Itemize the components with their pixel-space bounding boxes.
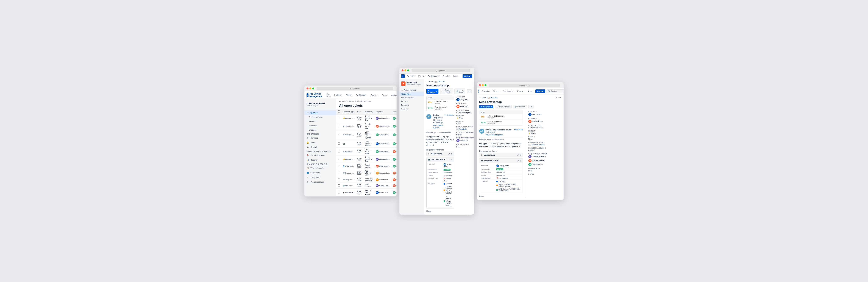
row-key[interactable]: ITSM-1331: [356, 148, 364, 156]
row-key[interactable]: ITSM-1338: [356, 156, 364, 163]
full-more-btn[interactable]: •••: [528, 105, 533, 108]
detail-url-bar[interactable]: google.com: [412, 69, 470, 72]
sidebar-item-queues[interactable]: ☰ Queues: [304, 110, 336, 115]
sidebar-item-oncall[interactable]: 📞 On-call: [304, 145, 336, 149]
row-checkbox[interactable]: [336, 130, 341, 140]
sidebar-item-project-settings[interactable]: ⚙ Project settings: [304, 179, 336, 184]
full-maximize[interactable]: [485, 84, 487, 86]
hardware-macbook-header[interactable]: 💻 MacBook Pro 16" ⤢ ∧: [427, 158, 454, 162]
sidebar-item-changes[interactable]: Changes: [304, 128, 336, 132]
row-checkbox[interactable]: [336, 114, 341, 122]
table-row[interactable]: 🔑 Request admin access ITSM-1338 Admin a…: [336, 156, 397, 163]
full-nav-filters[interactable]: Filters▾: [492, 90, 500, 93]
full-hide-details-btn[interactable]: Hide details: [514, 129, 523, 131]
row-checkbox[interactable]: [336, 183, 341, 189]
row-checkbox[interactable]: [336, 122, 341, 130]
full-close[interactable]: [479, 84, 481, 86]
link-issue-btn[interactable]: 🔗 Link issue: [455, 89, 465, 94]
mouse-collapse-icon[interactable]: ∨: [451, 152, 453, 155]
row-key[interactable]: ITSM-1342: [356, 122, 364, 130]
full-create-subtask-btn[interactable]: + Create subtask: [495, 105, 512, 108]
sidebar-item-alerts[interactable]: 🔔 Alerts: [304, 140, 336, 145]
full-macbook-header[interactable]: 💻 MacBook Pro 16" ⤢ ∧: [479, 159, 523, 163]
full-nav-dashboards[interactable]: Dashboards▾: [502, 90, 515, 93]
full-create-button[interactable]: Create: [535, 89, 545, 93]
detail-nav-projects[interactable]: Projects▾: [406, 75, 416, 78]
row-summary[interactable]: Banc.ly Inc is slow: [364, 122, 374, 130]
nav-your-work[interactable]: Your work: [326, 92, 332, 98]
detail-sidebar-problems[interactable]: Problems: [399, 103, 424, 107]
watch-icon[interactable]: 👁: [555, 96, 557, 99]
detail-nav-people[interactable]: People▾: [442, 75, 451, 78]
view-request-link[interactable]: View request in portal: [433, 124, 443, 129]
detail-sidebar-changes[interactable]: Changes: [399, 107, 424, 111]
row-checkbox[interactable]: [336, 156, 341, 163]
table-row[interactable]: 🖥 Report a system problem ITSM-1339 Can'…: [336, 130, 397, 140]
nav-dashboards[interactable]: Dashboards ▾: [355, 93, 368, 97]
sidebar-item-knowledge[interactable]: 📚 Knowledge base: [304, 153, 336, 158]
portal-link[interactable]: Portal: [436, 122, 440, 124]
full-view-request-link[interactable]: View request in portal: [486, 134, 503, 136]
maximize-button[interactable]: [312, 87, 314, 89]
nav-apps[interactable]: Apps ▾: [390, 93, 397, 97]
table-row[interactable]: 💻 Request new hardware ITSM-1336 Add Off…: [336, 169, 397, 177]
row-summary[interactable]: Can't access Trello: [364, 148, 374, 156]
full-nav-people[interactable]: People▾: [517, 90, 525, 93]
row-key[interactable]: ITSM-1337: [356, 163, 364, 169]
table-row[interactable]: 📱 New mobile device ITSM-1333 Need a new…: [336, 189, 397, 196]
close-button[interactable]: [307, 87, 308, 89]
row-checkbox[interactable]: [336, 169, 341, 177]
row-summary[interactable]: Add Office to Mac: [364, 169, 374, 177]
sidebar-item-services[interactable]: ⚙ Services: [304, 136, 336, 140]
full-hardware-mouse-header[interactable]: 🖱 Magic mouse ⤢ ∨: [479, 153, 523, 157]
sidebar-item-reports[interactable]: 📊 Reports: [304, 158, 336, 162]
nav-projects[interactable]: Projects ▾: [334, 93, 343, 97]
nav-plans[interactable]: Plans ▾: [381, 93, 389, 97]
more-btn[interactable]: •••: [467, 89, 472, 93]
row-summary[interactable]: Can't access POS System: [364, 130, 374, 140]
row-summary[interactable]: VPN Access: [364, 183, 374, 189]
full-minimize[interactable]: [482, 84, 484, 86]
table-row[interactable]: 🔑 Request admin access ITSM-1334 Admin a…: [336, 114, 397, 122]
row-summary[interactable]: Cant access webcam: [364, 140, 374, 148]
row-summary[interactable]: Guest access: [364, 163, 374, 169]
detail-nav-apps[interactable]: Apps▾: [452, 75, 459, 78]
row-summary[interactable]: Need a new iPhone: [364, 189, 374, 196]
table-row[interactable]: 👤 Get a guest wifi account ITSM-1337 Gue…: [336, 163, 397, 169]
full-macbook-expand[interactable]: ⤢: [517, 160, 519, 162]
sidebar-item-service-requests[interactable]: Service requests: [304, 115, 336, 119]
full-status-pill[interactable]: In progress ▾: [479, 105, 493, 108]
table-row[interactable]: 📷 ITSM-1333 Cant access webcam DD Darrel…: [336, 140, 397, 148]
select-all-checkbox[interactable]: [338, 110, 340, 113]
create-subtask-btn[interactable]: + Create subtask: [440, 89, 453, 94]
detail-minimize[interactable]: [404, 69, 406, 71]
full-link-issue-btn[interactable]: 🔗 Link issue: [513, 105, 527, 108]
url-bar[interactable]: google.com: [317, 87, 393, 90]
nav-filters[interactable]: Filters ▾: [345, 93, 353, 97]
hide-details-btn[interactable]: Hide details: [445, 114, 454, 116]
table-row[interactable]: 🖥 Report a system problem ITSM-1342 Banc…: [336, 122, 397, 130]
detail-sidebar-back-to-project[interactable]: ← Back to project: [399, 88, 424, 92]
detail-back-btn[interactable]: ← Back 📋 RD-105: [426, 81, 472, 83]
detail-sidebar-incidents[interactable]: Incidents: [399, 100, 424, 103]
detail-create-button[interactable]: Create: [463, 74, 472, 78]
row-key[interactable]: ITSM-1334: [356, 183, 364, 189]
table-row[interactable]: 🔗 Set up VPN to the office ITSM-1334 VPN…: [336, 183, 397, 189]
row-checkbox[interactable]: [336, 177, 341, 183]
detail-nav-dashboards[interactable]: Dashboards▾: [427, 75, 440, 78]
table-row[interactable]: 🖥 Report a system problem ITSM-1331 Can'…: [336, 148, 397, 156]
sidebar-item-problems[interactable]: Problems: [304, 123, 336, 128]
status-pill[interactable]: In progress ▾: [426, 89, 438, 94]
full-url-bar[interactable]: google.com: [489, 84, 560, 87]
nav-people[interactable]: People ▾: [370, 93, 379, 97]
mouse-expand-icon[interactable]: ⤢: [448, 152, 450, 155]
sidebar-item-incidents[interactable]: Incidents: [304, 119, 336, 123]
macbook-expand-icon[interactable]: ⤢: [448, 158, 450, 161]
full-back-btn[interactable]: ← Back 📋 RD-105: [479, 96, 497, 99]
row-summary[interactable]: Need new keyboard: [364, 177, 374, 183]
row-checkbox[interactable]: [336, 163, 341, 169]
full-portal-link[interactable]: Portal: [489, 131, 493, 133]
full-mouse-expand[interactable]: ⤢: [517, 154, 519, 157]
row-checkbox[interactable]: [336, 148, 341, 156]
row-key[interactable]: ITSM-1333: [356, 189, 364, 196]
